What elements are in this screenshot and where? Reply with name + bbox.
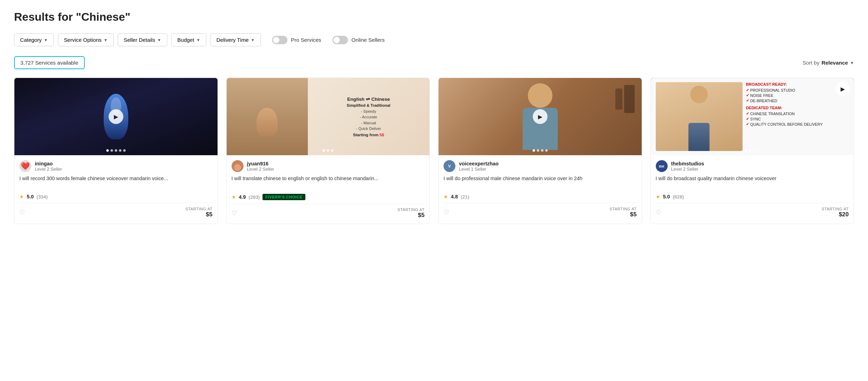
price-info-1: STARTING AT $5	[186, 207, 213, 218]
price-3: $5	[610, 211, 637, 218]
seller-name-3: voiceexpertzhao	[459, 161, 499, 166]
play-button-1[interactable]: ▶	[109, 109, 123, 124]
chevron-down-icon: ▼	[44, 38, 48, 42]
results-row: 3,727 Services available Sort by Relevan…	[14, 56, 854, 69]
play-button-3[interactable]: ▶	[533, 109, 548, 124]
seller-avatar-3: V	[443, 160, 455, 172]
card-body-2: jyuan916 Level 2 Seller I will translate…	[227, 155, 430, 224]
rating-row-2: ★ 4.9 (283) FIVERR'S CHOICE	[232, 194, 425, 200]
carousel-dots-2	[323, 149, 333, 152]
filter-delivery-time[interactable]: Delivery Time ▼	[210, 33, 261, 46]
chevron-down-icon: ▼	[157, 38, 161, 42]
seller-level-3: Level 1 Seller	[459, 166, 499, 172]
favorite-icon-3[interactable]: ♡	[443, 209, 449, 216]
chevron-down-icon: ▼	[251, 38, 255, 42]
rating-score-3: 4.8	[451, 194, 458, 199]
carousel-dots-4	[745, 149, 760, 152]
listing-card-4[interactable]: BROADCAST READY: ✔ PROFESSIONAL STUDIO ✔…	[650, 78, 854, 224]
carousel-dots-3	[532, 149, 548, 152]
rating-count-4: (628)	[673, 194, 684, 199]
card-footer-4: ♡ STARTING AT $20	[656, 203, 849, 218]
starting-at-label-1: STARTING AT	[186, 207, 213, 211]
online-sellers-toggle[interactable]	[332, 36, 348, 44]
chevron-down-icon: ▼	[196, 38, 200, 42]
filter-budget-label: Budget	[177, 37, 194, 43]
price-4: $20	[822, 211, 849, 218]
rating-score-2: 4.9	[239, 194, 246, 200]
sort-by-label: Sort by	[803, 60, 820, 66]
rating-score-1: 5.0	[27, 194, 34, 199]
seller-name-2: jyuan916	[247, 161, 274, 166]
price-info-4: STARTING AT $20	[822, 207, 849, 218]
price-1: $5	[186, 211, 213, 218]
cards-grid: ▶ ❤️ iningao Level 2 Seller I will recor…	[14, 78, 854, 224]
seller-level-1: Level 2 Seller	[35, 166, 62, 172]
card-thumbnail-1: ▶	[14, 78, 218, 155]
favorite-icon-2[interactable]: ♡	[232, 210, 237, 217]
seller-name-1: iningao	[35, 161, 62, 166]
favorite-icon-1[interactable]: ♡	[19, 209, 25, 216]
filter-seller-details[interactable]: Seller Details ▼	[118, 33, 167, 46]
card-thumbnail-2: English ⇌ Chinese Simplified & Tradition…	[227, 78, 430, 155]
seller-info-4: BM thebmstudios Level 2 Seller	[656, 160, 849, 172]
rating-count-1: (334)	[37, 194, 48, 199]
seller-name-4: thebmstudios	[671, 161, 704, 166]
results-count: 3,727 Services available	[14, 56, 85, 69]
star-icon: ★	[19, 194, 24, 199]
price-info-2: STARTING AT $5	[397, 208, 425, 219]
listing-card-3[interactable]: ▶ V voiceexpertzhao Level 1 Seller I wil…	[438, 78, 642, 224]
seller-level-4: Level 2 Seller	[671, 166, 704, 172]
seller-info-2: jyuan916 Level 2 Seller	[232, 160, 425, 172]
card-footer-1: ♡ STARTING AT $5	[19, 203, 213, 218]
filter-delivery-time-label: Delivery Time	[216, 37, 249, 43]
rating-row-1: ★ 5.0 (334)	[19, 194, 213, 199]
heart-icon: ❤️	[21, 162, 30, 170]
starting-at-label-4: STARTING AT	[822, 207, 849, 211]
play-button-4[interactable]: ▶	[835, 81, 850, 96]
seller-info-1: ❤️ iningao Level 2 Seller	[19, 160, 213, 172]
online-sellers-label: Online Sellers	[351, 37, 385, 43]
sort-by-value: Relevance	[822, 60, 848, 66]
seller-level-2: Level 2 Seller	[247, 166, 274, 172]
seller-avatar-4: BM	[656, 160, 668, 172]
favorite-icon-4[interactable]: ♡	[656, 209, 661, 216]
chevron-down-icon: ▼	[850, 61, 854, 65]
pro-services-label: Pro Services	[291, 37, 321, 43]
seller-avatar-2	[232, 160, 244, 172]
listing-card-1[interactable]: ▶ ❤️ iningao Level 2 Seller I will recor…	[14, 78, 218, 224]
card-body-3: V voiceexpertzhao Level 1 Seller I will …	[439, 155, 642, 223]
fiverr-choice-badge-2: FIVERR'S CHOICE	[263, 194, 305, 200]
filter-budget[interactable]: Budget ▼	[171, 33, 206, 46]
card-title-4: I will do broadcast quality mandarin chi…	[656, 175, 849, 190]
sort-by[interactable]: Sort by Relevance ▼	[803, 60, 854, 66]
card-title-2: I will translate chinese to english or e…	[232, 175, 425, 190]
starting-at-label-3: STARTING AT	[610, 207, 637, 211]
card-title-3: I will do professional male chinese mand…	[443, 175, 637, 190]
rating-score-4: 5.0	[663, 194, 670, 199]
card-thumbnail-4: BROADCAST READY: ✔ PROFESSIONAL STUDIO ✔…	[651, 78, 854, 155]
card-body-1: ❤️ iningao Level 2 Seller I will record …	[14, 155, 218, 223]
pro-services-toggle[interactable]	[272, 36, 287, 44]
starting-at-label-2: STARTING AT	[397, 208, 425, 212]
price-info-3: STARTING AT $5	[610, 207, 637, 218]
star-icon: ★	[656, 194, 660, 199]
card-title-1: I will record 300 words female chinese v…	[19, 175, 213, 190]
online-sellers-toggle-group: Online Sellers	[332, 36, 385, 44]
carousel-dots-1	[106, 149, 125, 152]
filters-row: Category ▼ Service Options ▼ Seller Deta…	[14, 33, 854, 46]
price-2: $5	[397, 212, 425, 219]
rating-row-3: ★ 4.8 (21)	[443, 194, 637, 199]
card-body-4: BM thebmstudios Level 2 Seller I will do…	[651, 155, 854, 223]
card-footer-2: ♡ STARTING AT $5	[232, 204, 425, 219]
page-title: Results for "Chinese"	[14, 11, 854, 24]
filter-service-options[interactable]: Service Options ▼	[58, 33, 114, 46]
chevron-down-icon: ▼	[104, 38, 108, 42]
card-footer-3: ♡ STARTING AT $5	[443, 203, 637, 218]
seller-info-3: V voiceexpertzhao Level 1 Seller	[443, 160, 637, 172]
filter-category[interactable]: Category ▼	[14, 33, 54, 46]
filter-category-label: Category	[20, 37, 42, 43]
card-thumbnail-3: ▶	[439, 78, 642, 155]
star-icon: ★	[232, 194, 236, 200]
pro-services-toggle-group: Pro Services	[272, 36, 321, 44]
listing-card-2[interactable]: English ⇌ Chinese Simplified & Tradition…	[226, 78, 430, 224]
